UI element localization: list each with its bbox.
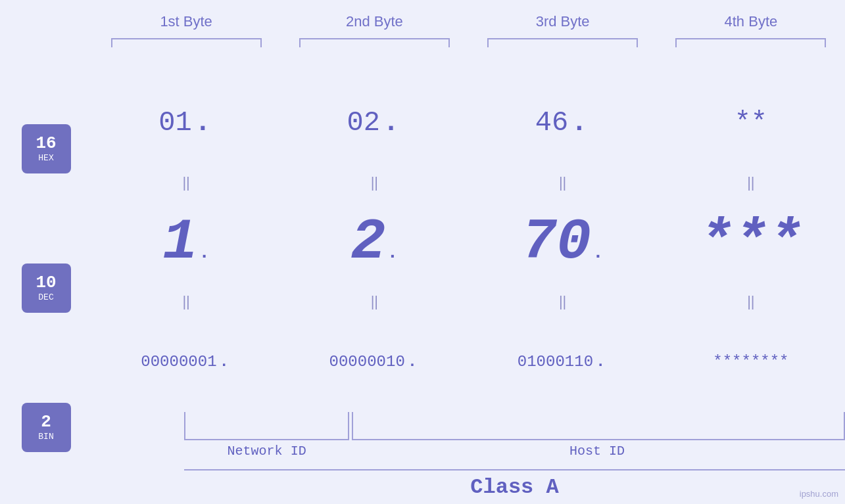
- dec-badge-num: 10: [36, 274, 56, 291]
- bin-val-4: ********: [713, 353, 788, 371]
- byte-label-3: 3rd Byte: [536, 13, 590, 30]
- bottom-area: Network ID Host ID Class A ipshu.com: [184, 412, 845, 504]
- class-label: Class A: [470, 475, 558, 499]
- bin-badge-type: BIN: [38, 432, 53, 442]
- dec-row: 1 . 2 . 70 . ***: [92, 192, 845, 293]
- byte-label-2: 2nd Byte: [346, 13, 403, 30]
- labels-row: Network ID Host ID: [184, 444, 845, 469]
- bin-dot-2: .: [408, 353, 417, 371]
- bin-cell-3: 01000110 .: [469, 353, 657, 371]
- sep-col-2: ||: [280, 174, 468, 191]
- bracket-top-1: [111, 38, 262, 47]
- bracket-top-4: [675, 38, 826, 47]
- sep2-col-3: ||: [469, 293, 657, 310]
- byte-label-4: 4th Byte: [725, 13, 778, 30]
- hex-dot-2: .: [383, 107, 399, 139]
- sep-1: ||: [182, 174, 189, 191]
- hex-cell-4: **: [657, 107, 845, 139]
- bin-cell-4: ********: [657, 353, 845, 371]
- sep-3: ||: [559, 174, 566, 191]
- byte-col-1: 1st Byte: [92, 13, 280, 66]
- hex-badge-type: HEX: [38, 153, 53, 163]
- main-content: 16 HEX 10 DEC 2 BIN 01 . 02: [0, 72, 845, 504]
- dec-dot-1: .: [199, 242, 210, 263]
- dec-dot-2: .: [387, 242, 398, 263]
- byte-label-1: 1st Byte: [160, 13, 212, 30]
- bin-dot-1: .: [220, 353, 229, 371]
- hex-dot-3: .: [571, 107, 587, 139]
- bin-val-1: 00000001: [141, 353, 216, 371]
- sep-col-1: ||: [92, 174, 280, 191]
- bin-cell-2: 00000010 .: [280, 353, 468, 371]
- hex-badge: 16 HEX: [22, 124, 71, 173]
- dec-cell-3: 70 .: [469, 210, 657, 275]
- dec-val-4: ***: [699, 210, 803, 275]
- hex-cell-1: 01 .: [92, 107, 280, 139]
- dec-cell-1: 1 .: [92, 210, 280, 275]
- sep-col-3: ||: [469, 174, 657, 191]
- sep-hex-dec: || || || ||: [92, 173, 845, 192]
- sep-col-4: ||: [657, 174, 845, 191]
- hex-val-2: 02: [347, 107, 380, 139]
- class-row: Class A ipshu.com: [184, 469, 845, 504]
- watermark: ipshu.com: [800, 489, 838, 499]
- hex-dot-1: .: [195, 107, 211, 139]
- sep2-col-2: ||: [280, 293, 468, 310]
- bin-badge-num: 2: [41, 413, 51, 430]
- host-id-label: Host ID: [349, 444, 845, 469]
- bin-dot-3: .: [596, 353, 605, 371]
- sep-2: ||: [371, 174, 378, 191]
- hex-row: 01 . 02 . 46 . **: [92, 72, 845, 173]
- dec-val-3: 70: [521, 210, 591, 275]
- bin-badge: 2 BIN: [22, 403, 71, 452]
- dec-cell-4: ***: [657, 210, 845, 275]
- network-bracket: [184, 412, 349, 440]
- sep2-col-4: ||: [657, 293, 845, 310]
- header-row: 1st Byte 2nd Byte 3rd Byte 4th Byte: [92, 0, 845, 66]
- byte-col-3: 3rd Byte: [469, 13, 657, 66]
- bin-row: 00000001 . 00000010 . 01000110 . *******…: [92, 311, 845, 412]
- byte-col-4: 4th Byte: [657, 13, 845, 66]
- network-id-label: Network ID: [184, 444, 349, 469]
- bracket-top-3: [487, 38, 638, 47]
- sep-dec-bin: || || || ||: [92, 292, 845, 311]
- dec-dot-3: .: [592, 242, 604, 263]
- dec-val-1: 1: [162, 210, 197, 275]
- brackets-row: [184, 412, 845, 444]
- hex-val-4: **: [735, 107, 767, 139]
- data-columns: 01 . 02 . 46 . ** ||: [92, 72, 845, 504]
- hex-cell-3: 46 .: [469, 107, 657, 139]
- bracket-top-2: [299, 38, 450, 47]
- bin-cell-1: 00000001 .: [92, 353, 280, 371]
- dec-badge-type: DEC: [38, 292, 53, 302]
- sep2-3: ||: [559, 293, 566, 310]
- dec-val-2: 2: [351, 210, 386, 275]
- byte-col-2: 2nd Byte: [280, 13, 468, 66]
- sep2-2: ||: [371, 293, 378, 310]
- bin-val-2: 00000010: [329, 353, 405, 371]
- dec-cell-2: 2 .: [280, 210, 468, 275]
- sep2-col-1: ||: [92, 293, 280, 310]
- hex-val-3: 46: [535, 107, 568, 139]
- hex-val-1: 01: [158, 107, 191, 139]
- sep2-4: ||: [747, 293, 754, 310]
- dec-badge: 10 DEC: [22, 263, 71, 313]
- sep2-1: ||: [182, 293, 189, 310]
- bin-val-3: 01000110: [518, 353, 593, 371]
- sep-4: ||: [747, 174, 754, 191]
- hex-badge-num: 16: [36, 135, 56, 152]
- hex-cell-2: 02 .: [280, 107, 468, 139]
- badge-column: 16 HEX 10 DEC 2 BIN: [0, 72, 92, 504]
- host-bracket: [352, 412, 845, 440]
- main-container: 1st Byte 2nd Byte 3rd Byte 4th Byte 16 H…: [0, 0, 845, 504]
